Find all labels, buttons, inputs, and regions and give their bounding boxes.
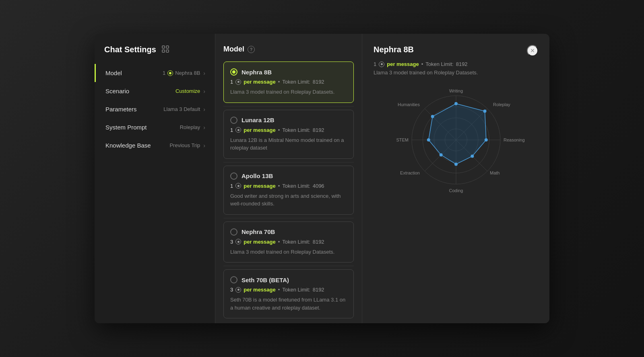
svg-point-21: [454, 163, 458, 166]
model-name-apollo-13b: Apollo 13B: [242, 172, 273, 179]
svg-rect-1: [166, 46, 169, 48]
chevron-right-icon: ›: [203, 70, 205, 76]
right-coin-icon: [379, 62, 384, 67]
right-token-limit-label: Token Limit:: [425, 61, 453, 67]
grid-icon: [162, 45, 169, 54]
coin-icon-1: [235, 127, 241, 133]
modal: Chat Settings Model 1 Nephra 8B ›: [95, 34, 549, 323]
model-panel-header: Model ?: [223, 45, 354, 53]
token-limit-2: 4096: [313, 183, 324, 189]
svg-point-17: [454, 102, 458, 105]
svg-rect-2: [162, 50, 165, 52]
token-limit-4: 8192: [313, 287, 324, 293]
middle-panel: Model ? Nephra 8B 1 per message • Token …: [215, 34, 362, 323]
model-cost-3: 3: [230, 239, 233, 245]
radio-lunara-12b: [230, 117, 237, 124]
coin-icon-4: [235, 287, 241, 293]
model-desc-3: Llama 3 model trained on Roleplay Datase…: [230, 248, 347, 256]
svg-point-24: [431, 115, 434, 118]
right-panel: Nephra 8B × 1 per message • Token Limit:…: [362, 34, 549, 323]
coin-icon-2: [235, 183, 241, 189]
token-coin-icon: [167, 70, 173, 76]
radio-nephra-8b: [230, 68, 237, 76]
per-msg-2: per message: [244, 183, 276, 189]
svg-rect-3: [166, 50, 169, 52]
chevron-right-icon-3: ›: [203, 106, 205, 113]
model-desc-1: Lunara 12B is a Mistral Nemo model train…: [230, 136, 347, 152]
model-cost-0: 1: [230, 79, 233, 85]
left-panel: Chat Settings Model 1 Nephra 8B ›: [95, 34, 215, 323]
per-msg-3: per message: [244, 239, 276, 245]
right-panel-meta: 1 per message • Token Limit: 8192: [374, 61, 538, 67]
nav-system-prompt-value: Roleplay: [180, 124, 200, 130]
token-limit-label-1: Token Limit:: [282, 127, 310, 133]
coin-icon-0: [235, 79, 241, 85]
radar-chart: Writing Roleplay Reasoning Math Coding E…: [374, 84, 538, 196]
model-card-nephra-70b[interactable]: Nephra 70B 3 per message • Token Limit: …: [223, 222, 354, 263]
nav-model-label: Model: [105, 70, 163, 76]
token-limit-label-3: Token Limit:: [282, 239, 310, 245]
svg-point-22: [439, 153, 442, 156]
token-limit-0: 8192: [313, 79, 324, 85]
radar-label-extraction: Extraction: [400, 170, 420, 175]
svg-point-23: [427, 138, 430, 142]
model-desc-4: Seth 70B is a model finetuned from LLama…: [230, 296, 347, 312]
right-cost: 1: [374, 61, 376, 67]
sidebar-item-model[interactable]: Model 1 Nephra 8B ›: [95, 64, 215, 82]
model-card-seth-70b[interactable]: Seth 70B (BETA) 3 per message • Token Li…: [223, 269, 354, 318]
right-per-msg: per message: [387, 61, 419, 67]
token-limit-label-4: Token Limit:: [282, 287, 310, 293]
sidebar-item-parameters[interactable]: Parameters Llama 3 Default ›: [95, 100, 215, 118]
model-card-lunara-12b[interactable]: Lunara 12B 1 per message • Token Limit: …: [223, 110, 354, 159]
nav-scenario-value: Customize: [175, 88, 200, 94]
svg-rect-0: [162, 46, 165, 48]
left-panel-header: Chat Settings: [95, 45, 215, 64]
close-button[interactable]: ×: [527, 45, 538, 56]
radar-label-stem: STEM: [396, 137, 409, 142]
coin-icon-3: [235, 239, 241, 244]
chevron-right-icon-5: ›: [203, 142, 205, 149]
per-msg-1: per message: [244, 127, 276, 133]
nav-knowledge-base-value: Previous Trip: [169, 142, 200, 148]
right-panel-title: Nephra 8B: [374, 45, 414, 54]
radio-apollo-13b: [230, 172, 237, 180]
model-name-nephra-8b: Nephra 8B: [242, 69, 272, 76]
token-limit-1: 8192: [313, 127, 324, 133]
model-cost-4: 3: [230, 287, 233, 293]
nav-parameters-label: Parameters: [105, 106, 163, 113]
per-msg-0: per message: [244, 79, 276, 85]
model-desc-0: Llama 3 model trained on Roleplay Datase…: [230, 88, 347, 96]
radar-label-roleplay: Roleplay: [493, 102, 510, 107]
nav-system-prompt-label: System Prompt: [105, 124, 180, 131]
svg-point-19: [484, 138, 487, 142]
model-name-lunara-12b: Lunara 12B: [242, 117, 275, 123]
model-card-nephra-8b[interactable]: Nephra 8B 1 per message • Token Limit: 8…: [223, 62, 354, 103]
per-msg-4: per message: [244, 287, 276, 293]
sidebar-item-system-prompt[interactable]: System Prompt Roleplay ›: [95, 118, 215, 136]
model-panel-title: Model: [223, 45, 244, 53]
chevron-right-icon-2: ›: [203, 88, 205, 94]
radio-seth-70b: [230, 276, 237, 283]
model-desc-2: Good writer and strong in arts and scien…: [230, 192, 347, 208]
nav-model-value: 1 Nephra 8B: [163, 70, 200, 76]
token-limit-label-0: Token Limit:: [282, 79, 310, 85]
radar-svg: Writing Roleplay Reasoning Math Coding E…: [388, 84, 524, 196]
model-cost-1: 1: [230, 127, 233, 133]
radar-label-humanities: Humanities: [397, 102, 420, 107]
model-cost-2: 1: [230, 183, 233, 189]
radar-label-reasoning: Reasoning: [504, 137, 524, 142]
sidebar-item-knowledge-base[interactable]: Knowledge Base Previous Trip ›: [95, 136, 215, 154]
radar-label-coding: Coding: [449, 188, 463, 193]
right-token-limit: 8192: [456, 61, 468, 67]
svg-point-18: [483, 110, 486, 113]
nav-model-count: 1: [163, 70, 165, 76]
radio-nephra-70b: [230, 228, 237, 236]
radar-label-math: Math: [490, 170, 500, 175]
token-limit-label-2: Token Limit:: [282, 183, 310, 189]
radar-label-writing: Writing: [449, 88, 462, 93]
nav-scenario-label: Scenario: [105, 88, 175, 94]
chevron-right-icon-4: ›: [203, 124, 205, 131]
sidebar-item-scenario[interactable]: Scenario Customize ›: [95, 82, 215, 100]
help-icon[interactable]: ?: [248, 46, 255, 53]
model-card-apollo-13b[interactable]: Apollo 13B 1 per message • Token Limit: …: [223, 166, 354, 215]
